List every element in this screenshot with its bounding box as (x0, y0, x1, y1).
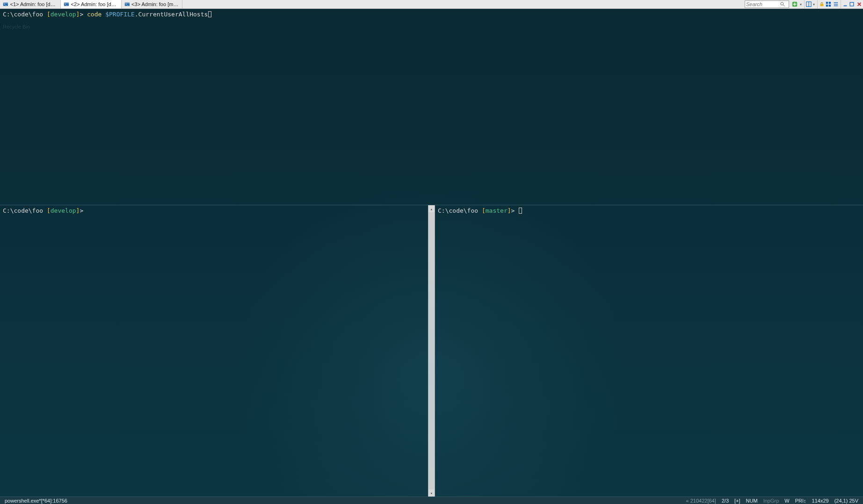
git-branch: develop (51, 207, 76, 214)
prompt-br: C:\code\foo [master]> (438, 207, 522, 214)
svg-rect-23 (850, 2, 854, 6)
svg-rect-14 (820, 4, 823, 6)
layout-menu[interactable]: ▾ (812, 0, 816, 8)
vertical-scrollbar[interactable]: ▴ ▾ (428, 205, 435, 497)
status-process: powershell.exe*[*64]:16756 (2, 498, 70, 504)
search-input[interactable] (746, 1, 780, 7)
status-panes: 2/3 (719, 498, 732, 504)
pane-bottom-right[interactable]: C:\code\foo [master]> (435, 205, 863, 497)
tab-2[interactable]: >_ <2> Admin: foo [dev... (61, 0, 122, 8)
maximize-button[interactable] (848, 0, 856, 8)
layout-button[interactable] (804, 0, 812, 8)
prompt-var: $PROFILE (105, 11, 135, 18)
status-num: NUM (743, 498, 761, 504)
status-bar: powershell.exe*[*64]:16756 « 210422[64] … (0, 497, 863, 504)
search-icon[interactable] (780, 1, 785, 7)
prompt-top: C:\code\foo [develop]> code $PROFILE.Cur… (3, 11, 211, 18)
status-size: 114x29 (809, 498, 832, 504)
scroll-track[interactable] (428, 212, 435, 490)
tabbar-spacer (182, 0, 745, 8)
bottom-split: C:\code\foo [develop]> ▴ ▾ C:\code\foo [… (0, 205, 863, 497)
scroll-down-icon[interactable]: ▾ (428, 490, 435, 497)
pane-bottom-left[interactable]: C:\code\foo [develop]> (0, 205, 428, 497)
search-box[interactable] (745, 0, 789, 8)
tab-label: <2> Admin: foo [dev... (71, 1, 118, 7)
status-plus: [+] (732, 498, 743, 504)
lock-button[interactable] (817, 0, 825, 8)
prompt-path: C:\code\foo (3, 207, 47, 214)
svg-text:>_: >_ (65, 3, 67, 6)
console-icon: >_ (3, 1, 8, 7)
tabs-container: >_ <1> Admin: foo [dev... >_ <2> Admin: … (0, 0, 182, 8)
pane-top[interactable]: Recycle Bin C:\code\foo [develop]> code … (0, 9, 863, 205)
bracket-open: [ (482, 207, 486, 214)
minimize-button[interactable] (841, 0, 848, 8)
console-icon: >_ (64, 1, 69, 7)
bracket-open: [ (47, 11, 51, 18)
status-pri: PRI↕ (792, 498, 809, 504)
status-mem: « 210422[64] (683, 498, 719, 504)
svg-text:>_: >_ (125, 3, 128, 6)
new-tab-menu[interactable]: ▾ (798, 0, 803, 8)
git-branch: develop (51, 11, 76, 18)
svg-rect-15 (826, 2, 828, 4)
prompt-rest: .CurrentUserAllHosts (135, 11, 208, 18)
terminal-region: Recycle Bin C:\code\foo [develop]> code … (0, 9, 863, 497)
svg-rect-18 (829, 5, 831, 7)
text-cursor (519, 208, 522, 214)
prompt-bl: C:\code\foo [develop]> (3, 207, 83, 214)
bracket-open: [ (47, 207, 51, 214)
grid-button[interactable] (825, 0, 832, 8)
close-button[interactable] (856, 0, 863, 8)
svg-rect-16 (829, 2, 831, 4)
prompt-cmd: code (87, 11, 105, 18)
tab-3[interactable]: >_ <3> Admin: foo [mas... (122, 0, 182, 8)
list-button[interactable] (832, 0, 840, 8)
svg-line-10 (783, 5, 785, 7)
tab-label: <3> Admin: foo [mas... (131, 1, 179, 7)
status-w: W (782, 498, 792, 504)
git-branch: master (486, 207, 508, 214)
svg-text:>_: >_ (4, 3, 7, 6)
console-icon: >_ (124, 1, 130, 7)
prompt-gt: > (80, 11, 87, 18)
svg-rect-17 (826, 5, 828, 7)
text-cursor (208, 11, 211, 17)
prompt-path: C:\code\foo (438, 207, 482, 214)
svg-point-9 (781, 2, 783, 5)
status-pos: (24,1) 25V (832, 498, 861, 504)
tab-1[interactable]: >_ <1> Admin: foo [dev... (0, 0, 61, 8)
prompt-gt: > (511, 207, 519, 214)
scroll-up-icon[interactable]: ▴ (428, 205, 435, 212)
prompt-gt: > (80, 207, 83, 214)
desktop-recycle-label: Recycle Bin (3, 23, 30, 30)
status-inpgrp: InpGrp (761, 498, 782, 504)
tab-bar: >_ <1> Admin: foo [dev... >_ <2> Admin: … (0, 0, 863, 9)
bracket-close: ] (508, 207, 511, 214)
prompt-path: C:\code\foo (3, 11, 47, 18)
new-tab-button[interactable] (791, 0, 798, 8)
tab-label: <1> Admin: foo [dev... (10, 1, 58, 7)
